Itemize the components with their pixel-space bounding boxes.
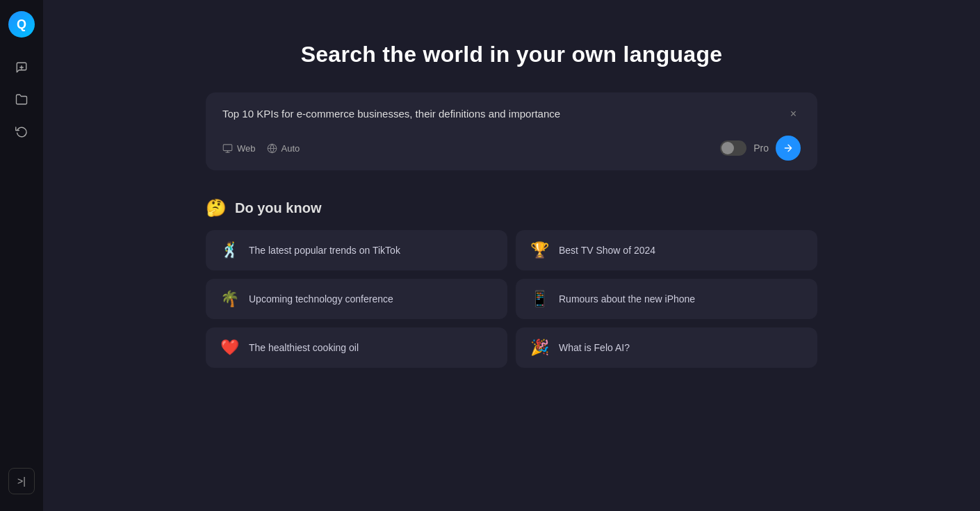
toggle-knob [721, 142, 734, 154]
card-emoji-1: 🏆 [528, 241, 550, 259]
card-emoji-4: ❤️ [218, 339, 240, 357]
suggestions-grid: 🕺The latest popular trends on TikTok🏆Bes… [206, 230, 817, 368]
search-footer: Web Auto Pro [222, 136, 801, 161]
card-emoji-0: 🕺 [218, 241, 240, 259]
card-text-4: The healthiest cooking oil [249, 342, 359, 353]
collapse-button[interactable]: >| [8, 468, 35, 494]
web-option[interactable]: Web [222, 143, 256, 154]
suggestion-card-3[interactable]: 📱Rumours about the new iPhone [516, 279, 817, 319]
pro-label: Pro [753, 143, 769, 154]
card-text-1: Best TV Show of 2024 [559, 245, 655, 256]
pro-toggle[interactable] [720, 140, 746, 156]
new-chat-icon[interactable] [8, 54, 35, 81]
suggestion-card-1[interactable]: 🏆Best TV Show of 2024 [516, 230, 817, 270]
folder-icon[interactable] [8, 86, 35, 113]
auto-label: Auto [281, 143, 300, 154]
auto-option[interactable]: Auto [267, 143, 300, 154]
card-text-5: What is Felo AI? [559, 342, 630, 353]
search-submit-button[interactable] [776, 136, 801, 161]
card-emoji-2: 🌴 [218, 290, 240, 308]
history-icon[interactable] [8, 118, 35, 145]
search-clear-button[interactable]: × [786, 106, 801, 122]
card-text-2: Upcoming technology conference [249, 293, 393, 305]
card-emoji-5: 🎉 [528, 339, 550, 357]
new-chat-svg [15, 61, 28, 74]
search-input[interactable]: Top 10 KPIs for e-commerce businesses, t… [222, 106, 781, 126]
main-content: Search the world in your own language To… [43, 0, 980, 511]
sidebar: Q >| [0, 0, 43, 511]
collapse-icon: >| [17, 476, 26, 487]
card-emoji-3: 📱 [528, 290, 550, 308]
search-box: Top 10 KPIs for e-commerce businesses, t… [206, 92, 817, 170]
folder-svg [15, 93, 28, 106]
suggestion-card-4[interactable]: ❤️The healthiest cooking oil [206, 327, 507, 368]
section-title-text: Do you know [235, 200, 321, 216]
search-input-area: Top 10 KPIs for e-commerce businesses, t… [222, 106, 801, 126]
suggestion-card-5[interactable]: 🎉What is Felo AI? [516, 327, 817, 368]
suggestion-card-0[interactable]: 🕺The latest popular trends on TikTok [206, 230, 507, 270]
globe-icon [267, 143, 277, 154]
card-text-0: The latest popular trends on TikTok [249, 245, 400, 256]
app-logo[interactable]: Q [8, 11, 35, 38]
submit-arrow-icon [783, 143, 794, 154]
search-actions: Pro [720, 136, 801, 161]
section-emoji: 🤔 [206, 198, 227, 218]
logo-letter: Q [17, 17, 26, 32]
card-text-3: Rumours about the new iPhone [559, 293, 695, 305]
svg-rect-2 [223, 144, 232, 150]
history-svg [15, 125, 28, 138]
monitor-icon [222, 143, 233, 154]
suggestion-card-2[interactable]: 🌴Upcoming technology conference [206, 279, 507, 319]
section-header: 🤔 Do you know [206, 198, 817, 218]
web-label: Web [237, 143, 256, 154]
page-title: Search the world in your own language [301, 42, 723, 67]
